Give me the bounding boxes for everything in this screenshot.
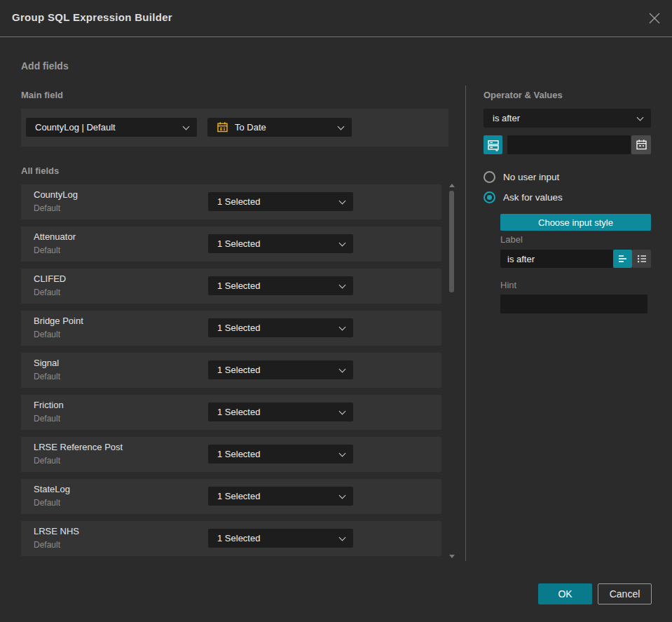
field-row: Signal Default 1 Selected [21, 353, 441, 388]
field-row: CLIFED Default 1 Selected [21, 269, 441, 304]
add-fields-heading: Add fields [21, 60, 69, 72]
field-selected-value: 1 Selected [217, 280, 260, 291]
field-name: Signal [34, 358, 59, 368]
field-name: StateLog [34, 484, 70, 494]
main-field-dropdown[interactable]: CountyLog | Default [26, 118, 197, 137]
calendar-icon [636, 139, 647, 151]
scroll-up-arrow-icon[interactable] [449, 184, 455, 187]
field-selected-value: 1 Selected [217, 533, 260, 543]
field-row: StateLog Default 1 Selected [21, 479, 441, 514]
group-sql-expression-builder-dialog: Group SQL Expression Builder Add fields … [0, 0, 672, 622]
chevron-down-icon [339, 323, 346, 330]
chevron-down-icon [339, 281, 346, 288]
single-line-input-style-button[interactable] [613, 250, 632, 268]
field-subtitle: Default [34, 330, 60, 339]
chevron-down-icon [339, 449, 346, 457]
ok-button[interactable]: OK [538, 583, 592, 604]
field-selected-value: 1 Selected [217, 238, 260, 249]
field-subtitle: Default [34, 456, 60, 466]
field-row: LRSE Reference Post Default 1 Selected [21, 437, 441, 472]
operator-dropdown[interactable]: is after [484, 109, 651, 128]
date-picker-button[interactable] [631, 135, 651, 154]
input-style-picker-button[interactable] [484, 135, 502, 154]
chevron-down-icon [339, 534, 346, 541]
field-selected-dropdown[interactable]: 1 Selected [208, 403, 353, 421]
title-bar: Group SQL Expression Builder [0, 0, 672, 37]
field-selected-dropdown[interactable]: 1 Selected [208, 487, 353, 506]
chevron-down-icon [338, 123, 345, 130]
field-subtitle: Default [34, 498, 60, 508]
field-name: CountyLog [34, 189, 78, 200]
hint-caption: Hint [500, 280, 516, 290]
operator-dropdown-value: is after [493, 113, 520, 123]
field-name: LRSE NHS [34, 526, 79, 536]
main-field-panel: CountyLog | Default To Date [21, 109, 448, 147]
list-scrollbar[interactable] [448, 181, 456, 560]
chevron-down-icon [339, 407, 346, 414]
radio-ask-for-values[interactable]: Ask for values [484, 191, 563, 203]
close-icon [648, 12, 661, 25]
chevron-down-icon [339, 197, 346, 204]
vertical-divider [465, 86, 466, 561]
radio-icon [484, 191, 495, 203]
field-selected-dropdown[interactable]: 1 Selected [208, 276, 353, 295]
field-subtitle: Default [34, 245, 60, 255]
field-subtitle: Default [34, 372, 60, 381]
field-row: Friction Default 1 Selected [21, 395, 441, 430]
field-name: LRSE Reference Post [34, 442, 123, 452]
list-icon [636, 253, 647, 264]
field-subtitle: Default [34, 288, 60, 297]
operator-values-heading: Operator & Values [484, 90, 563, 100]
field-selected-dropdown[interactable]: 1 Selected [208, 445, 353, 464]
all-fields-list: CountyLog Default 1 Selected Attenuator … [21, 184, 441, 563]
cancel-button[interactable]: Cancel [598, 583, 652, 604]
all-fields-heading: All fields [21, 165, 59, 176]
radio-label: No user input [503, 172, 559, 182]
list-input-style-button[interactable] [632, 250, 651, 268]
field-selected-dropdown[interactable]: 1 Selected [208, 318, 353, 337]
field-selected-dropdown[interactable]: 1 Selected [208, 360, 353, 379]
field-subtitle: Default [34, 414, 60, 424]
date-type-dropdown[interactable]: To Date [207, 118, 352, 137]
radio-label: Ask for values [503, 192, 563, 203]
field-subtitle: Default [34, 540, 60, 550]
radio-icon [484, 171, 495, 183]
hint-input[interactable] [500, 295, 647, 313]
field-selected-value: 1 Selected [217, 491, 260, 501]
dialog-title: Group SQL Expression Builder [12, 11, 172, 23]
date-type-dropdown-value: To Date [235, 122, 266, 133]
field-selected-dropdown[interactable]: 1 Selected [208, 529, 353, 548]
chevron-down-icon [339, 365, 346, 372]
field-selected-dropdown[interactable]: 1 Selected [208, 234, 353, 253]
field-name: Attenuator [34, 231, 76, 242]
field-row: Attenuator Default 1 Selected [21, 227, 441, 262]
radio-no-user-input[interactable]: No user input [484, 171, 559, 183]
value-input[interactable] [507, 135, 631, 154]
label-input[interactable] [500, 250, 613, 268]
field-selected-value: 1 Selected [217, 407, 260, 417]
chevron-down-icon [637, 114, 644, 121]
calendar-icon [217, 121, 228, 133]
main-field-heading: Main field [21, 90, 63, 100]
align-left-icon [617, 253, 629, 264]
choose-input-style-button[interactable]: Choose input style [500, 214, 651, 231]
field-name: Bridge Point [34, 316, 83, 326]
chevron-down-icon [339, 492, 346, 499]
field-subtitle: Default [34, 203, 60, 213]
field-row: LRSE NHS Default 1 Selected [21, 521, 441, 556]
input-style-icon [487, 139, 500, 151]
close-button[interactable] [647, 11, 661, 25]
field-selected-dropdown[interactable]: 1 Selected [208, 192, 353, 211]
chevron-down-icon [339, 239, 346, 246]
field-row: Bridge Point Default 1 Selected [21, 311, 441, 346]
scrollbar-thumb[interactable] [449, 191, 454, 292]
field-row: CountyLog Default 1 Selected [21, 184, 441, 219]
field-selected-value: 1 Selected [217, 449, 260, 459]
field-name: Friction [34, 400, 64, 410]
field-selected-value: 1 Selected [217, 196, 260, 207]
main-field-dropdown-value: CountyLog | Default [35, 122, 116, 133]
field-name: CLIFED [34, 273, 66, 284]
label-caption: Label [500, 234, 523, 245]
scroll-down-arrow-icon[interactable] [449, 555, 455, 558]
field-selected-value: 1 Selected [217, 365, 260, 375]
